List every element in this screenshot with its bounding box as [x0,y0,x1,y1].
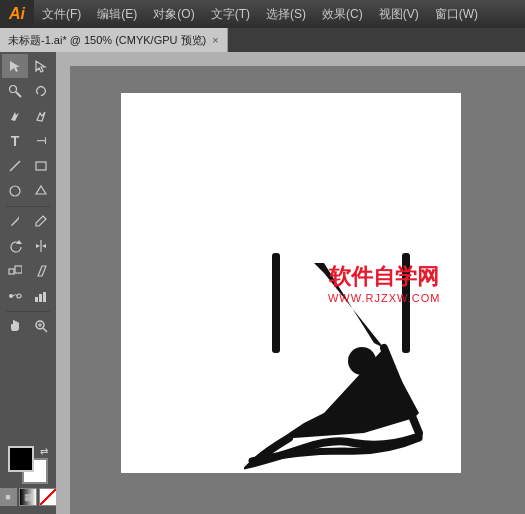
rect-tool[interactable] [28,154,54,178]
tool-row-blend [2,284,54,308]
magic-wand-tool[interactable] [2,79,28,103]
menu-window[interactable]: 窗口(W) [427,0,486,28]
line-tool[interactable] [2,154,28,178]
add-anchor-tool[interactable] [28,104,54,128]
pencil-tool[interactable] [28,209,54,233]
direct-selection-tool[interactable] [28,54,54,78]
scale-tool[interactable] [2,259,28,283]
column-graph-tool[interactable] [28,284,54,308]
tool-row-pen [2,104,54,128]
tool-divider-1 [6,206,50,207]
svg-point-11 [17,294,21,298]
menu-view[interactable]: 视图(V) [371,0,427,28]
svg-rect-13 [39,294,42,302]
menu-effect[interactable]: 效果(C) [314,0,371,28]
tab-bar: 未标题-1.ai* @ 150% (CMYK/GPU 预览) × [0,28,525,52]
foreground-color-swatch[interactable] [8,446,34,472]
horizontal-ruler [56,52,525,66]
svg-rect-19 [272,253,280,353]
tool-row-line [2,154,54,178]
svg-rect-3 [36,162,46,170]
vertical-ruler [56,52,70,514]
svg-line-2 [10,161,20,171]
hand-tool[interactable] [2,314,28,338]
menu-bar: 文件(F) 编辑(E) 对象(O) 文字(T) 选择(S) 效果(C) 视图(V… [34,0,525,28]
color-swatches: ⇄ [8,446,48,484]
svg-rect-9 [15,266,22,273]
tool-divider-2 [6,311,50,312]
tool-row-rotate [2,234,54,258]
svg-rect-8 [9,269,14,274]
svg-point-4 [10,186,20,196]
menu-select[interactable]: 选择(S) [258,0,314,28]
tab-close-button[interactable]: × [212,34,218,46]
toolbar: T T [0,52,56,514]
lasso-tool[interactable] [28,79,54,103]
pen-tool[interactable] [2,104,28,128]
artboard: 软件自学网 WWW.RJZXW.COM [121,93,461,473]
svg-rect-20 [402,253,410,353]
artwork-svg [244,243,444,473]
vertical-type-tool[interactable]: T [28,129,54,153]
svg-point-21 [348,347,376,375]
svg-rect-14 [43,292,46,302]
menu-edit[interactable]: 编辑(E) [89,0,145,28]
menu-file[interactable]: 文件(F) [34,0,89,28]
swap-colors-icon[interactable]: ⇄ [40,446,48,457]
svg-rect-12 [35,297,38,302]
none-mode-button[interactable] [39,488,57,506]
title-bar: Ai 文件(F) 编辑(E) 对象(O) 文字(T) 选择(S) 效果(C) 视… [0,0,525,28]
tool-row-scale [2,259,54,283]
color-mode-button[interactable]: ■ [0,488,17,506]
selection-tool[interactable] [2,54,28,78]
svg-line-0 [16,92,21,97]
svg-point-1 [10,86,17,93]
ellipse-tool[interactable] [2,179,28,203]
canvas-area: 软件自学网 WWW.RJZXW.COM [56,52,525,514]
paintbrush-tool[interactable] [2,209,28,233]
color-area: ⇄ ■ ▦ [0,446,57,514]
gradient-mode-button[interactable]: ▦ [19,488,37,506]
zoom-tool[interactable] [28,314,54,338]
svg-line-16 [43,328,47,332]
shear-tool[interactable] [28,259,54,283]
tool-row-wand [2,79,54,103]
tool-row-ellipse [2,179,54,203]
svg-point-10 [9,294,13,298]
tab-label: 未标题-1.ai* @ 150% (CMYK/GPU 预览) [8,33,206,48]
blend-tool[interactable] [2,284,28,308]
polygon-tool[interactable] [28,179,54,203]
menu-text[interactable]: 文字(T) [203,0,258,28]
tool-row-brush [2,209,54,233]
menu-object[interactable]: 对象(O) [145,0,202,28]
rotate-tool[interactable] [2,234,28,258]
svg-marker-5 [36,186,46,194]
reflect-tool[interactable] [28,234,54,258]
active-tab[interactable]: 未标题-1.ai* @ 150% (CMYK/GPU 预览) × [0,28,228,52]
type-tool[interactable]: T [2,129,28,153]
tool-row-zoom [2,314,54,338]
ai-logo: Ai [0,0,34,28]
color-mode-row: ■ ▦ [0,488,57,506]
main-area: T T [0,52,525,514]
tool-row-selection [2,54,54,78]
tool-row-type: T T [2,129,54,153]
